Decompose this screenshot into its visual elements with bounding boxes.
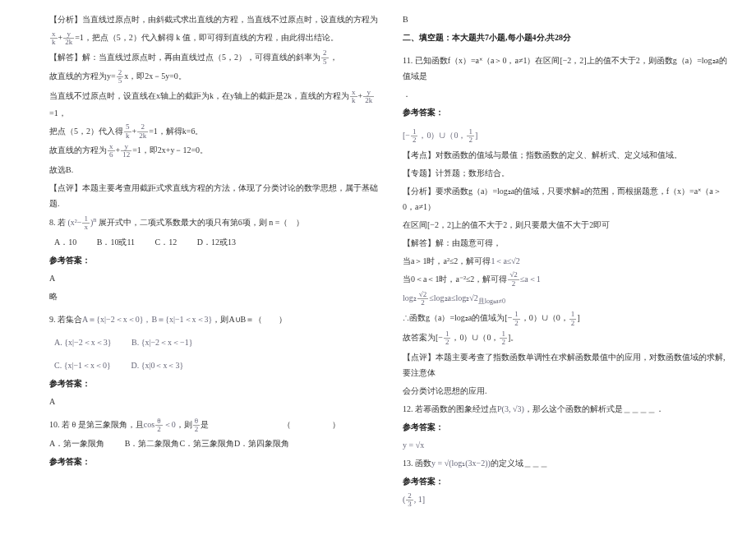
q8-d: D．12或13 [197,234,236,250]
q8-b: B．10或11 [97,234,135,250]
q10-b: B．第二象限角C．第三象限角D．第四象限角 [125,436,290,451]
q8: 8. 若 (x²−1x)n 展开式中，二项式系数最大的项只有第6项，则 n =（… [49,214,378,232]
equation-1: xk+y2k=1，把点（5，2）代入解得 k 值，即可得到直线的方程，由此得出结… [49,30,378,47]
substitute-5-2: 把点（5，2）代入得5k+22k=1，解得k=6。 [49,123,378,141]
ref-answer-label: 参考答案： [49,252,378,268]
ref-answer-label-6: 参考答案： [403,473,731,489]
q10: 10. 若 θ 是第三象限角，且cosθ2＜0，则θ2是 （ ） [49,417,378,434]
jieda: 【解答】解：由题意可得， [403,235,731,251]
q8-choices: A．10 B．10或11 C．12 D．12或13 [54,234,378,250]
log-inequality: log₂√22≤log₂a≤log₂√2且log₂a≠0 [403,290,731,307]
q9: 9. 若集合A＝{x|−2＜x＜0}，B＝{x|−1＜x＜3}，则A∪B＝（ ） [49,311,378,327]
q9-b: B. {x|−2＜x＜−1} [131,334,193,350]
q8-c: C．12 [155,234,177,250]
q9-answer: A [49,394,378,409]
q13-answer: (23, 1] [403,491,731,509]
q9-a: A. {x|−2＜x＜3} [54,334,111,350]
ref-answer-label-3: 参考答案： [49,454,378,469]
fenxi: 【分析】要求函数g（a）=log₂a的值域，只要求解a的范围，而根据题意，f（x… [403,183,731,214]
ref-answer-label-5: 参考答案： [403,419,731,435]
analysis-text: 【分析】当直线过原点时，由斜截式求出直线的方程，当直线不过原点时，设直线的方程为 [49,12,378,27]
q9-d: D. {x|0＜x＜3} [131,357,183,373]
line-equation: 故直线的方程为y=25x，即2x－5y=0。 [49,68,378,85]
q11-tail: ． [403,86,731,102]
q12-answer: y = √x [403,437,731,453]
therefore: ∴函数g（a）=log₂a的值域为[−12，0）∪（0，12] [403,310,731,327]
q10-a: A．第一象限角 [49,436,104,451]
case-a-lt-1: 当0＜a＜1时，a⁻²≤2，解可得√22≤a＜1 [403,271,731,288]
q10-answer: B [403,12,731,27]
section-2-title: 二、填空题：本大题共7小题,每小题4分,共28分 [403,30,731,45]
conclusion: 故选B. [49,162,378,178]
q8-explain: 略 [49,288,378,304]
q9-choices-1: A. {x|−2＜x＜3} B. {x|−2＜x＜−1} [54,334,378,350]
q8-a: A．10 [54,234,76,250]
q9-c: C. {x|−1＜x＜0} [54,357,111,373]
right-column: B 二、填空题：本大题共7小题,每小题4分,共28分 11. 已知函数f（x）=… [403,12,731,519]
comment: 【点评】本题主要考查用截距式求直线方程的方法，体现了分类讨论的数学思想，属于基础… [49,180,378,211]
zhuanti: 【专题】计算题；数形结合。 [403,165,731,181]
solve-line: 【解答】解：当直线过原点时，再由直线过点（5，2），可得直线的斜率为25， [49,49,378,67]
left-column: 【分析】当直线过原点时，由斜截式求出直线的方程，当直线不过原点时，设直线的方程为… [49,12,378,519]
ref-answer-label-2: 参考答案： [49,376,378,391]
ref-answer-label-4: 参考答案： [403,104,731,120]
line-equation-2: 故直线的方程为x6+y12=1，即2x+y－12=0。 [49,142,378,159]
q11: 11. 已知函数f（x）=aˣ（a＞0，a≠1）在区间[−2，2]上的值不大于2… [403,53,731,84]
guda: 故答案为[−12，0）∪（0，12]。 [403,330,731,347]
comment-2b: 会分类讨论思想的应用. [403,383,731,399]
q11-answer: [−12，0）∪（0，12] [403,127,731,145]
kaodian: 【考点】对数函数的值域与最值；指数函数的定义、解析式、定义域和值域。 [403,147,731,163]
comment-2a: 【点评】本题主要考查了指数函数单调性在求解函数最值中的应用，对数函数值域的求解,… [403,349,731,380]
case-a-gt-1: 当a＞1时，a²≤2，解可得1＜a≤√2 [403,253,731,269]
nonorigin-case: 当直线不过原点时，设直线在x轴上的截距为k，在y轴上的截距是2k，直线的方程为x… [49,88,378,121]
q9-choices-2: C. {x|−1＜x＜0} D. {x|0＜x＜3} [54,357,378,373]
fenxi-2: 在区间[−2，2]上的值不大于2，则只要最大值不大于2即可 [403,217,731,233]
q8-answer: A [49,270,378,286]
q12: 12. 若幂函数的图象经过点P(3, √3)，那么这个函数的解析式是＿＿＿＿． [403,401,731,417]
q10-choices: A．第一象限角 B．第二象限角C．第三象限角D．第四象限角 [49,436,378,451]
q13: 13. 函数y = √(log₁(3x−2))的定义域＿＿＿ [403,455,731,471]
